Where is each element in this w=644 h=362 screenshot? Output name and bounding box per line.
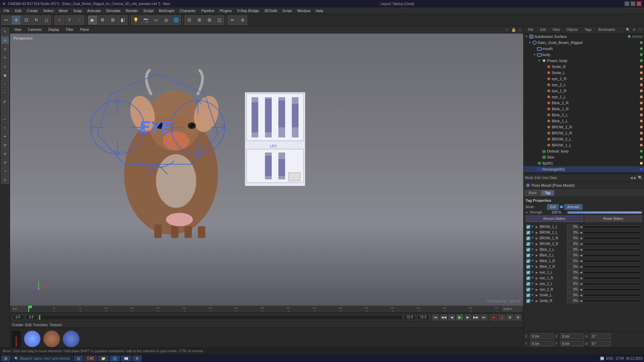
floor-button[interactable]: ▭: [151, 15, 161, 25]
menu-simulate[interactable]: Simulate: [104, 8, 123, 13]
render-prev-button[interactable]: ◧: [118, 15, 127, 25]
slider-minus-brow_1_l[interactable]: ◀: [580, 225, 582, 229]
ls-select1[interactable]: ◻: [1, 62, 9, 70]
move-button[interactable]: ✛: [11, 15, 21, 25]
workplane-button[interactable]: ◫: [215, 15, 224, 25]
slider-track-blink_2_r[interactable]: [583, 265, 641, 268]
explorer-taskbar-btn[interactable]: 📁: [98, 356, 108, 361]
grid-button[interactable]: ⊞: [195, 15, 204, 25]
menu-plugins[interactable]: Plugins: [217, 8, 234, 13]
slider-track-eye_2_l[interactable]: [583, 283, 641, 285]
slider-minus-smile_r[interactable]: ◀: [580, 299, 582, 303]
prev-key-button[interactable]: ◀◀: [440, 314, 447, 320]
mat-edit[interactable]: Edit: [25, 323, 32, 327]
slider-track-brow_2_r[interactable]: [583, 243, 641, 245]
next-frame-button[interactable]: ▶: [465, 314, 471, 320]
autokey-button[interactable]: ◎: [498, 314, 505, 320]
frame-display-input[interactable]: [417, 315, 429, 320]
menu-file[interactable]: File: [1, 8, 12, 13]
slider-minus-eye_2_l[interactable]: ◀: [580, 282, 582, 286]
minimize-button[interactable]: ─: [625, 1, 629, 6]
tab-objects[interactable]: Objects: [564, 27, 581, 33]
timeline-settings-button[interactable]: ⚙: [515, 314, 521, 320]
ls-obj[interactable]: ●: [1, 132, 9, 140]
tab-edit[interactable]: Edit: [537, 27, 549, 33]
maximize-button[interactable]: □: [631, 1, 635, 6]
display-menu[interactable]: Display: [46, 27, 61, 32]
tab-view[interactable]: View: [549, 27, 563, 33]
undo-button[interactable]: ↩: [1, 15, 11, 25]
ls-viewport[interactable]: ⊡: [1, 176, 9, 184]
ls-pointer[interactable]: ↖: [1, 27, 9, 36]
ls-sds[interactable]: ⊞: [1, 141, 9, 149]
z-axis-button[interactable]: Z: [75, 15, 84, 25]
tree-item-mouth[interactable]: ▶ mouth: [524, 46, 644, 52]
menu-snap[interactable]: Snap: [71, 8, 84, 13]
slider-track-eye_1_l[interactable]: [583, 271, 641, 274]
tree-item-body[interactable]: ▼ body: [524, 52, 644, 58]
select-button[interactable]: ◻: [42, 15, 51, 25]
rotate-button[interactable]: ↻: [32, 15, 41, 25]
ls-paint[interactable]: 🖌: [1, 97, 9, 105]
tab-tags[interactable]: Tags: [582, 27, 595, 33]
tree-item-eye2r[interactable]: ▶ eye_2_R: [524, 76, 644, 82]
prop-tab-basic[interactable]: Basic: [525, 190, 540, 196]
slider-checkbox-smile_l[interactable]: [526, 293, 530, 297]
slider-track-brow_1_r[interactable]: [583, 237, 641, 240]
render-region-button[interactable]: ⊞: [108, 15, 117, 25]
slider-minus-eye_2_r[interactable]: ◀: [580, 288, 582, 291]
coord-x-input[interactable]: [530, 334, 554, 339]
tab-bookmarks[interactable]: Bookmarks: [595, 27, 618, 33]
tree-item-goat[interactable]: ▼ Dairy_Goat_Brown_Rigged: [524, 40, 644, 46]
menu-pipeline[interactable]: Pipeline: [199, 8, 217, 13]
panel-menu[interactable]: Panel: [78, 27, 91, 32]
slider-minus-eye_1_r[interactable]: ◀: [580, 276, 582, 280]
tree-item-bp001[interactable]: ▶ Bp001: [524, 160, 644, 166]
snap-grid-button[interactable]: ⊞: [205, 15, 214, 25]
motion-record-button[interactable]: ⊞: [506, 314, 513, 320]
tree-item-blink2l[interactable]: ▶ Blink_2_L: [524, 112, 644, 118]
frame-end-input[interactable]: [404, 315, 416, 320]
slider-track-blink_2_l[interactable]: [583, 254, 641, 257]
slider-minus-eye_1_l[interactable]: ◀: [580, 270, 582, 274]
sky-button[interactable]: ◎: [161, 15, 171, 25]
slider-value-blink_1_l[interactable]: [567, 247, 579, 252]
menu-window[interactable]: Window: [295, 8, 313, 13]
viewport-3d[interactable]: Perspective: [10, 34, 523, 306]
soft-selection-button[interactable]: ⊚: [238, 15, 247, 25]
props-tab-userdata[interactable]: User Data: [542, 176, 557, 180]
app3-taskbar-btn[interactable]: 📧: [121, 356, 131, 361]
slider-minus-blink_1_r[interactable]: ◀: [580, 259, 582, 263]
filter-menu[interactable]: Filter: [64, 27, 75, 32]
menu-mograph[interactable]: MoGraph: [157, 8, 177, 13]
menu-render[interactable]: Render: [123, 8, 140, 13]
slider-checkbox-blink_2_r[interactable]: [526, 265, 530, 269]
slider-checkbox-brow_2_r[interactable]: [526, 242, 530, 246]
coord-x2-input[interactable]: [560, 334, 584, 339]
menu-script[interactable]: Script: [280, 8, 294, 13]
mat-function[interactable]: Function: [34, 323, 48, 327]
slider-track-eye_2_r[interactable]: [583, 288, 641, 291]
y-axis-button[interactable]: Y: [65, 15, 74, 25]
slider-checkbox-eye_1_r[interactable]: [526, 276, 530, 280]
prev-frame-button[interactable]: ◀: [448, 314, 455, 320]
tab-file[interactable]: File: [525, 27, 536, 33]
obj-settings-icon[interactable]: ⚙: [631, 27, 637, 33]
camera-button[interactable]: 📷: [141, 15, 151, 25]
slider-value-blink_1_r[interactable]: [567, 259, 579, 263]
tree-item-brow2l[interactable]: ▶ BROW_2_L: [524, 136, 644, 142]
record-sliders-button[interactable]: Record Sliders: [526, 216, 583, 222]
tree-item-eye1r[interactable]: ▶ eye_1_R: [524, 88, 644, 94]
close-button[interactable]: ×: [637, 1, 641, 6]
props-tab-mode[interactable]: Mode: [525, 176, 533, 180]
slider-minus-smile_l[interactable]: ◀: [580, 293, 582, 297]
props-nav-prev[interactable]: ◀: [630, 176, 633, 180]
coord-y-input[interactable]: [530, 341, 554, 346]
app4-taskbar-btn[interactable]: ⚙: [132, 356, 142, 361]
slider-track-brow_1_l[interactable]: [583, 226, 641, 228]
slider-checkbox-blink_1_r[interactable]: [526, 259, 530, 263]
slider-value-brow_2_r[interactable]: [567, 242, 579, 246]
tree-item-skin[interactable]: ▶ Skin: [524, 154, 644, 160]
slider-minus-blink_1_l[interactable]: ◀: [580, 248, 582, 251]
menu-help[interactable]: Help: [313, 8, 326, 13]
